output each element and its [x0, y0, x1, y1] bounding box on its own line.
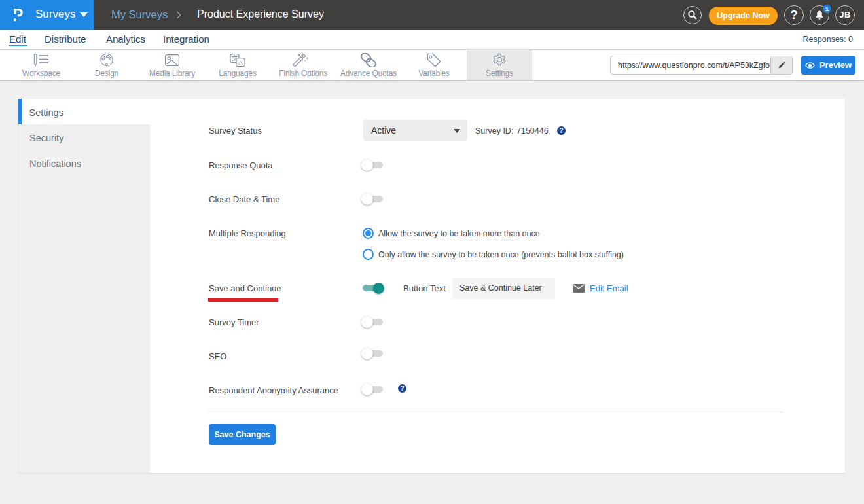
svg-text:A: A	[238, 59, 243, 66]
